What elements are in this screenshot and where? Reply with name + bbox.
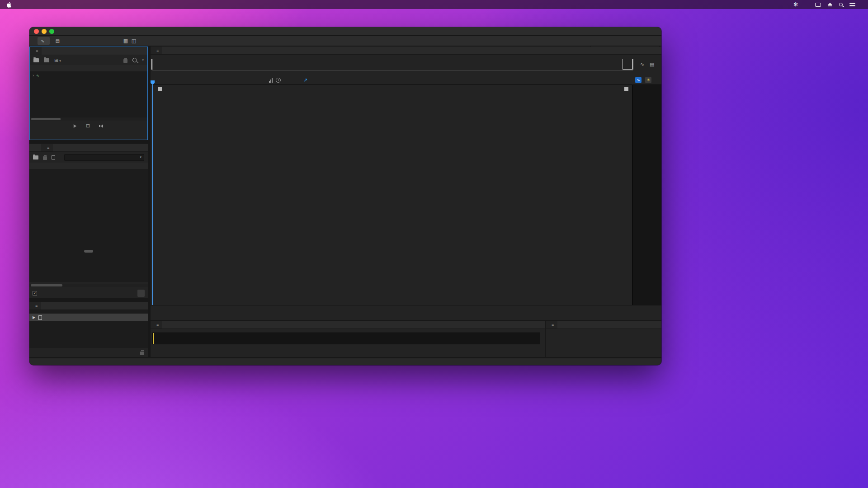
preview-loop-icon[interactable]: ⊡ — [86, 123, 90, 129]
panel-menu-icon[interactable]: ≡ — [552, 323, 554, 327]
playhead-line[interactable] — [152, 85, 153, 305]
chevron-down-icon: ▾ — [140, 155, 142, 159]
document-icon — [38, 315, 42, 320]
batch-list-dropzone[interactable] — [29, 169, 148, 282]
delete-icon[interactable] — [43, 155, 47, 160]
tab-levels[interactable]: ≡ — [151, 321, 162, 328]
panel-menu-icon[interactable]: ≡ — [35, 304, 38, 308]
duplicate-icon[interactable] — [52, 155, 55, 160]
batch-panel-tabs: ≡ — [29, 144, 148, 152]
auto-play-speaker-icon[interactable] — [99, 124, 104, 128]
show-pitch-display-icon[interactable]: ◫ — [130, 37, 138, 45]
files-hscrollbar[interactable] — [30, 117, 147, 121]
editor-tabs: ≡ — [151, 47, 661, 55]
clock-hud-icon[interactable] — [276, 78, 281, 83]
overview-left-handle[interactable] — [151, 59, 152, 70]
tab-video[interactable] — [41, 302, 48, 310]
menubar-status-area: ✻ — [793, 1, 868, 8]
tab-mixer[interactable] — [162, 47, 170, 54]
apple-logo-icon — [6, 1, 12, 8]
file-row[interactable]: › ∿ — [30, 72, 147, 79]
batch-footer: ✓ — [29, 288, 148, 298]
selection-table — [546, 329, 661, 357]
files-search-dropdown-icon[interactable]: ▾ — [142, 58, 144, 62]
levels-hud-icon[interactable] — [269, 78, 273, 83]
volume-hud: ↗ — [269, 77, 307, 83]
trash-icon[interactable] — [123, 58, 127, 63]
files-column-headers — [30, 65, 147, 72]
import-file-icon[interactable] — [44, 58, 49, 62]
apple-menu-icon[interactable] — [0, 1, 15, 8]
transport-bar — [151, 305, 661, 320]
level-meter — [152, 333, 540, 344]
show-spectral-display-icon[interactable]: ▦ — [122, 37, 130, 45]
open-file-icon[interactable] — [33, 58, 39, 62]
batch-column-headers — [29, 163, 148, 169]
history-footer — [29, 348, 148, 357]
close-window-button[interactable] — [34, 29, 39, 34]
audition-window: ∿ ▤ ▦ ◫ ≡ — [29, 27, 661, 365]
level-meter-scale — [151, 350, 545, 356]
panel-menu-icon[interactable]: ≡ — [156, 323, 159, 327]
panel-menu-icon[interactable]: ≡ — [47, 145, 49, 150]
multitrack-mode-button[interactable]: ▤ — [52, 37, 65, 45]
selection-view-panel: ≡ — [546, 321, 661, 357]
status-bar — [29, 358, 661, 365]
overview-waveform[interactable] — [152, 59, 633, 70]
files-preview-bar: ⊡ — [30, 121, 147, 131]
run-button[interactable] — [137, 290, 145, 297]
overview-zoom-box[interactable] — [623, 59, 632, 70]
tab-files[interactable]: ≡ — [30, 47, 42, 55]
panel-menu-icon[interactable]: ≡ — [156, 48, 159, 53]
disclosure-chevron-icon[interactable]: › — [33, 73, 34, 78]
levels-panel: ≡ — [151, 321, 545, 357]
files-list: › ∿ — [30, 72, 147, 124]
favorites-select[interactable]: ▾ — [64, 154, 144, 161]
selection-handle-right[interactable] — [624, 87, 628, 91]
spotlight-search-icon[interactable] — [839, 3, 843, 6]
zoom-window-button[interactable] — [49, 29, 54, 34]
history-panel-tabs: ≡ — [29, 302, 148, 310]
scroll-play-icon[interactable]: ∿ — [640, 61, 644, 67]
batch-panel: ≡ ▾ ✓ — [29, 144, 148, 298]
selection-handle-left[interactable] — [158, 87, 162, 91]
tab-favorites[interactable] — [42, 47, 49, 55]
files-toolbar: ⊞ ▾ ▾ — [30, 55, 147, 65]
panel-menu-icon[interactable]: ≡ — [36, 49, 38, 53]
editor-options-grid-icon[interactable]: ▤ — [650, 61, 654, 67]
files-panel: ≡ ⊞ ▾ ▾ › ∿ — [29, 47, 148, 140]
tab-properties[interactable] — [34, 144, 41, 151]
window-titlebar[interactable] — [29, 27, 661, 36]
export-checkbox[interactable]: ✓ — [33, 291, 37, 296]
tabs-overflow-chevron[interactable] — [142, 144, 148, 151]
fan-icon[interactable]: ✻ — [793, 1, 798, 8]
tab-selection-view[interactable]: ≡ — [546, 321, 557, 328]
waveform-mode-button[interactable]: ∿ — [38, 37, 50, 45]
cti-settings-icon[interactable]: ∿ — [635, 77, 642, 83]
timeline-ruler[interactable]: ↗ ∿ ☀ — [151, 76, 661, 85]
clear-history-icon[interactable] — [140, 350, 144, 355]
tab-history[interactable]: ≡ — [29, 302, 41, 310]
tab-editor[interactable]: ≡ — [151, 47, 162, 54]
open-favorites-icon[interactable] — [33, 155, 38, 160]
desktop: ✻ ∿ ▤ ▦ ◫ — [0, 0, 868, 488]
display-icon[interactable] — [815, 3, 821, 7]
snap-toggle-icon[interactable]: ↗ — [303, 77, 307, 83]
history-row-open[interactable]: ▶ — [29, 314, 148, 321]
history-list: ▶ — [29, 310, 148, 348]
lamp-icon[interactable]: ☀ — [645, 77, 651, 83]
minimize-window-button[interactable] — [42, 29, 47, 34]
tab-markers-clipped[interactable] — [29, 144, 34, 151]
tab-batch-process[interactable]: ≡ — [41, 144, 53, 151]
batch-hscrollbar[interactable] — [29, 284, 148, 287]
macos-menubar: ✻ — [0, 0, 868, 9]
files-search-icon[interactable] — [132, 58, 137, 62]
waveform-mode-icon: ∿ — [41, 38, 44, 43]
main-waveform[interactable] — [152, 85, 632, 305]
eject-icon[interactable] — [828, 3, 832, 6]
control-center-icon[interactable] — [849, 3, 855, 7]
new-item-icon[interactable]: ⊞ ▾ — [54, 57, 61, 63]
level-meter-min-indicator — [153, 333, 154, 344]
preview-play-icon[interactable] — [74, 124, 76, 128]
amplitude-scale[interactable] — [632, 85, 661, 305]
